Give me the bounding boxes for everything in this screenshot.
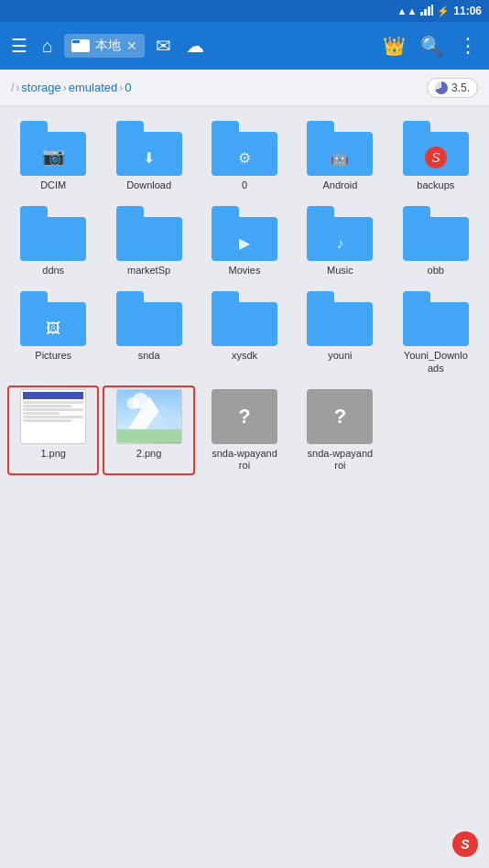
question-icon: ? bbox=[238, 405, 250, 429]
list-item[interactable]: marketSp bbox=[103, 202, 194, 280]
list-item[interactable]: 1.png bbox=[7, 385, 99, 475]
list-item[interactable]: youni bbox=[294, 288, 386, 377]
list-item[interactable]: ? snda-wpayandroi bbox=[199, 385, 290, 475]
menu-icon: ☰ bbox=[11, 35, 27, 57]
cloud-icon: ☁ bbox=[186, 35, 204, 57]
es-icon: S bbox=[425, 146, 447, 168]
play-icon: ▶ bbox=[239, 234, 250, 252]
download-icon: ⬇ bbox=[143, 149, 155, 167]
menu-button[interactable]: ☰ bbox=[7, 31, 31, 60]
file-name-png2: 2.png bbox=[136, 448, 162, 460]
home-icon: ⌂ bbox=[42, 36, 53, 57]
file-name-zero: 0 bbox=[242, 179, 247, 191]
breadcrumb-arrow3: › bbox=[119, 81, 123, 94]
list-item[interactable]: 🤖 Android bbox=[294, 117, 386, 195]
list-item[interactable]: ♪ Music bbox=[294, 202, 386, 280]
storage-size: 3.5. bbox=[451, 81, 470, 94]
folder-marketsp-icon bbox=[116, 206, 182, 261]
list-item[interactable]: ▶ Movies bbox=[199, 202, 290, 280]
signal-icon bbox=[420, 5, 433, 17]
status-icons: ▲▲ ⚡ 11:06 bbox=[397, 5, 482, 17]
list-item[interactable]: 🖼 Pictures bbox=[7, 288, 99, 377]
breadcrumb-arrow1: › bbox=[16, 81, 19, 94]
folder-xysdk-icon bbox=[212, 291, 277, 346]
premium-button[interactable]: 👑 bbox=[379, 31, 409, 60]
file-name-ddns: ddns bbox=[42, 265, 64, 277]
list-item[interactable]: snda bbox=[103, 288, 194, 377]
android-icon: 🤖 bbox=[331, 149, 349, 167]
unknown-file2-icon: ? bbox=[307, 389, 373, 444]
search-icon: 🔍 bbox=[420, 35, 443, 57]
cloud-button[interactable]: ☁ bbox=[182, 31, 208, 60]
image-icon: 🖼 bbox=[46, 320, 60, 337]
folder-snda-icon bbox=[116, 291, 182, 346]
file-name-youni: youni bbox=[328, 350, 352, 362]
breadcrumb-arrow2: › bbox=[63, 81, 67, 94]
file-name-obb: obb bbox=[428, 265, 444, 277]
svg-rect-3 bbox=[431, 5, 433, 16]
file-name-android: Android bbox=[322, 179, 357, 191]
folder-music-icon: ♪ bbox=[307, 206, 373, 261]
status-time: 11:06 bbox=[453, 5, 482, 17]
file-name-snda: snda bbox=[138, 350, 160, 362]
camera-icon: 📷 bbox=[42, 145, 65, 167]
list-item[interactable]: obb bbox=[390, 202, 482, 280]
folder-dcim-icon: 📷 bbox=[20, 121, 86, 176]
wifi-icon: ▲▲ bbox=[397, 5, 418, 16]
folder-zero-icon: ⚙ bbox=[212, 121, 277, 176]
file-name-xysdk: xysdk bbox=[232, 350, 257, 362]
folder-youni-icon bbox=[307, 291, 373, 346]
nav-right-actions: 👑 🔍 ⋮ bbox=[379, 30, 482, 61]
file-name-movies: Movies bbox=[229, 265, 261, 277]
file-name-pictures: Pictures bbox=[35, 350, 71, 362]
file-name-marketsp: marketSp bbox=[127, 265, 170, 277]
svg-rect-9 bbox=[117, 429, 181, 443]
list-item[interactable]: 2.png bbox=[103, 385, 194, 475]
breadcrumb-storage[interactable]: storage bbox=[21, 81, 60, 94]
nav-bar: ☰ ⌂ 本地 ✕ ✉ ☁ 👑 🔍 ⋮ bbox=[0, 22, 489, 70]
file-grid: 📷 DCIM ⬇ Download ⚙ 0 🤖 bbox=[0, 106, 489, 486]
folder-download-icon: ⬇ bbox=[116, 121, 182, 176]
more-icon: ⋮ bbox=[458, 34, 478, 58]
storage-circle-icon bbox=[435, 81, 448, 94]
storage-badge: 3.5. bbox=[427, 78, 478, 98]
mountain-svg bbox=[117, 389, 181, 442]
folder-android-icon: 🤖 bbox=[307, 121, 373, 176]
svg-rect-0 bbox=[420, 12, 423, 16]
svg-point-8 bbox=[132, 393, 147, 408]
breadcrumb-bar: / › storage › emulated › 0 3.5. bbox=[0, 70, 489, 106]
watermark-badge: S bbox=[452, 831, 478, 857]
folder-younidown-icon bbox=[403, 291, 469, 346]
list-item[interactable]: S backups bbox=[390, 117, 482, 195]
list-item[interactable]: xysdk bbox=[199, 288, 290, 377]
list-item[interactable]: Youni_Downloads bbox=[390, 288, 482, 377]
search-button[interactable]: 🔍 bbox=[417, 31, 447, 60]
local-tab[interactable]: 本地 ✕ bbox=[64, 34, 145, 58]
root-sep: / bbox=[11, 81, 14, 94]
list-item[interactable]: ddns bbox=[7, 202, 99, 280]
file-name-download: Download bbox=[126, 179, 171, 191]
list-item[interactable]: 📷 DCIM bbox=[7, 117, 99, 195]
folder-backups-icon: S bbox=[403, 121, 469, 176]
list-item[interactable]: ? snda-wpayandroi bbox=[294, 385, 386, 475]
tab-close-button[interactable]: ✕ bbox=[126, 38, 137, 53]
breadcrumb-zero[interactable]: 0 bbox=[125, 81, 131, 94]
folder-pictures-icon: 🖼 bbox=[20, 291, 86, 346]
file-name-png1: 1.png bbox=[40, 448, 66, 460]
file-name-snda1: snda-wpayandroi bbox=[212, 448, 277, 472]
file-name-backups: backups bbox=[417, 179, 454, 191]
folder-ddns-icon bbox=[20, 206, 86, 261]
breadcrumb-emulated[interactable]: emulated bbox=[69, 81, 117, 94]
message-button[interactable]: ✉ bbox=[152, 31, 175, 60]
home-button[interactable]: ⌂ bbox=[38, 32, 57, 60]
bolt-icon: ⚡ bbox=[437, 5, 450, 17]
png2-thumbnail bbox=[116, 389, 182, 444]
svg-rect-2 bbox=[428, 6, 430, 16]
list-item[interactable]: ⚙ 0 bbox=[199, 117, 290, 195]
unknown-file1-icon: ? bbox=[212, 389, 277, 444]
tab-monitor-icon bbox=[71, 39, 90, 52]
list-item[interactable]: ⬇ Download bbox=[103, 117, 194, 195]
more-button[interactable]: ⋮ bbox=[454, 30, 482, 61]
file-name-dcim: DCIM bbox=[40, 179, 66, 191]
file-name-music: Music bbox=[327, 265, 353, 277]
